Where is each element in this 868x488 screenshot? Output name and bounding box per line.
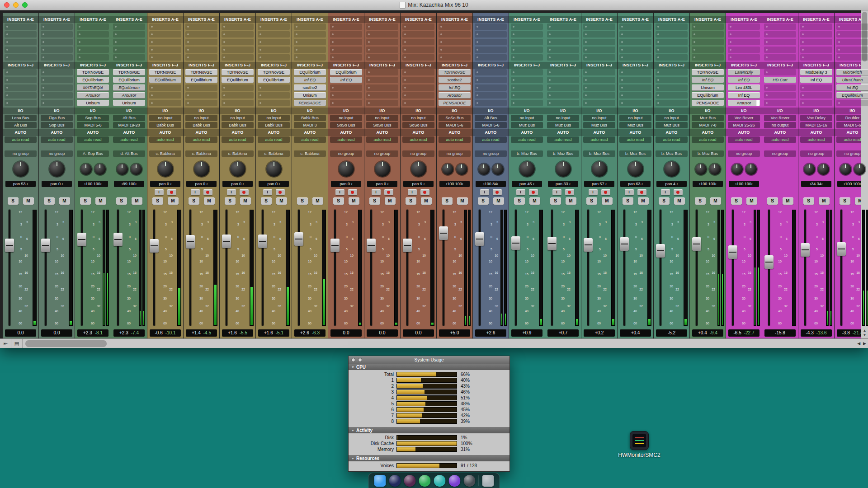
insert-slot[interactable] [439,31,471,38]
pan-display[interactable]: ‹100 84› [476,181,506,187]
insert-slot[interactable] [547,100,579,106]
input-selector[interactable]: Alt Bus [113,115,145,121]
group-selector[interactable]: b: Muz Bus [656,150,688,157]
insert-slot[interactable] [77,47,109,53]
insert-slot[interactable] [656,23,688,30]
insert-slot[interactable] [619,54,651,61]
insert-slot[interactable]: soothe2 [294,84,326,91]
insert-slot[interactable] [222,54,254,61]
insert-slot[interactable] [764,92,796,99]
volume-readout[interactable]: 0.0 [367,329,398,337]
input-selector[interactable]: Muz Bus [692,115,724,121]
insert-slot[interactable] [619,23,651,30]
insert-slot[interactable] [764,84,796,91]
fader-handle[interactable] [439,226,448,240]
insert-slot[interactable] [185,92,217,99]
fader-handle[interactable] [222,235,231,248]
insert-slot[interactable]: Unisum [77,100,109,106]
fader-track[interactable] [551,210,553,326]
insert-slot[interactable] [149,39,181,45]
pan-knob[interactable] [13,161,28,177]
insert-slot[interactable]: TDRNovGE [149,69,181,75]
insert-slot[interactable]: EQuilibrium [113,77,145,83]
pan-knob-right[interactable] [131,164,142,175]
insert-slot[interactable]: Lex 480L [728,84,760,91]
insert-slot[interactable] [583,100,615,106]
automation-mode-selector[interactable]: auto read [583,136,615,143]
insert-slot[interactable] [800,23,832,30]
mute-button[interactable]: M [240,197,251,205]
pan-knob-left[interactable] [731,164,743,175]
insert-slot[interactable] [258,39,290,45]
mute-button[interactable]: M [602,197,613,205]
insert-slot[interactable] [800,84,832,91]
insert-slot[interactable] [439,47,471,53]
record-enable-button[interactable] [420,189,429,195]
insert-slot[interactable]: PENSADOE [439,100,471,106]
insert-slot[interactable] [836,54,868,61]
insert-slot[interactable] [583,54,615,61]
fader-track[interactable] [117,210,119,326]
insert-slot[interactable] [258,47,290,53]
insert-slot[interactable] [366,92,398,99]
mute-button[interactable]: M [783,197,793,205]
insert-slot[interactable]: EQuilibrium [258,77,290,83]
insert-slot[interactable] [258,23,290,30]
input-monitor-button[interactable]: I [516,189,525,195]
pan-display[interactable]: pan 0 › [259,181,289,187]
insert-slot[interactable]: EQuilibrium [294,69,326,75]
fader-handle[interactable] [367,239,376,252]
group-selector[interactable]: d: Alt Bus [113,150,145,157]
volume-readout[interactable]: +2.6 -6.3 [294,329,326,337]
automation-mode-selector[interactable]: auto read [330,136,362,143]
pan-display[interactable]: pan 9 › [403,181,434,187]
insert-slot[interactable]: Inf EQ [800,77,832,83]
insert-slot[interactable] [511,31,543,38]
group-selector[interactable]: b: Muz Bus [583,150,615,157]
insert-slot[interactable]: Inf EQ [294,77,326,83]
insert-slot[interactable] [764,31,796,38]
insert-slot[interactable]: PENSADOE [692,100,724,106]
insert-slot[interactable] [764,23,796,30]
insert-slot[interactable] [511,69,543,75]
input-monitor-button[interactable]: I [625,189,634,195]
pan-display[interactable]: pan 0 › [331,181,361,187]
group-selector[interactable]: no group [41,150,73,157]
insert-slot[interactable] [656,84,688,91]
fader-handle[interactable] [41,239,50,252]
mute-button[interactable]: M [23,197,34,205]
insert-slot[interactable] [330,100,362,106]
insert-slot[interactable] [547,39,579,45]
record-enable-button[interactable] [167,189,176,195]
automation-mode-selector[interactable]: auto read [475,136,507,143]
insert-slot[interactable] [258,54,290,61]
solo-button[interactable]: S [44,197,55,205]
insert-slot[interactable] [5,84,37,91]
insert-slot[interactable] [475,47,507,53]
automation-mode-selector[interactable]: auto read [149,136,181,143]
output-selector[interactable]: MADI 5-6 [475,122,507,128]
insert-slot[interactable] [692,54,724,61]
dock-icon-finder[interactable] [374,475,386,487]
input-selector[interactable]: Figa Bus [41,115,73,121]
fader-track[interactable] [262,210,264,326]
solo-button[interactable]: S [261,197,272,205]
insert-slot[interactable] [113,54,145,61]
insert-slot[interactable] [185,54,217,61]
fader-handle[interactable] [330,239,340,252]
pan-knob-left[interactable] [840,164,851,175]
automation-mode-selector[interactable]: auto read [656,136,688,143]
fader-track[interactable] [732,210,734,326]
group-selector[interactable]: no group [764,150,796,157]
fader-handle[interactable] [77,233,86,246]
insert-slot[interactable] [330,84,362,91]
mute-button[interactable]: M [312,197,323,205]
scroll-down-icon[interactable]: ▼ [863,333,867,337]
pan-display[interactable]: ‹99 100› [114,181,144,187]
insert-slot[interactable] [619,92,651,99]
insert-slot[interactable]: Unisum [692,84,724,91]
pan-display[interactable]: ‹100 100› [729,181,759,187]
system-usage-titlebar[interactable]: System Usage [349,356,509,364]
insert-slot[interactable] [366,69,398,75]
input-selector[interactable]: no input [222,115,254,121]
